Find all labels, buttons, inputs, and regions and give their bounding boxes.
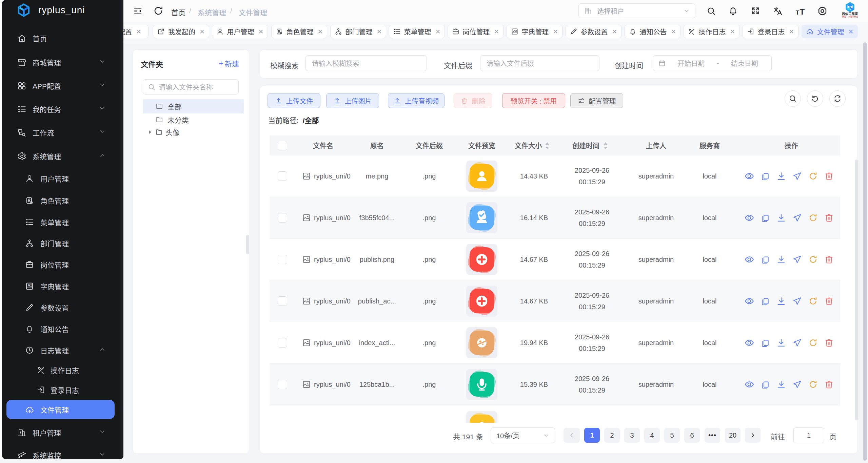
svg-text:Az: Az: [28, 283, 32, 287]
svg-text:Az: Az: [513, 29, 517, 33]
